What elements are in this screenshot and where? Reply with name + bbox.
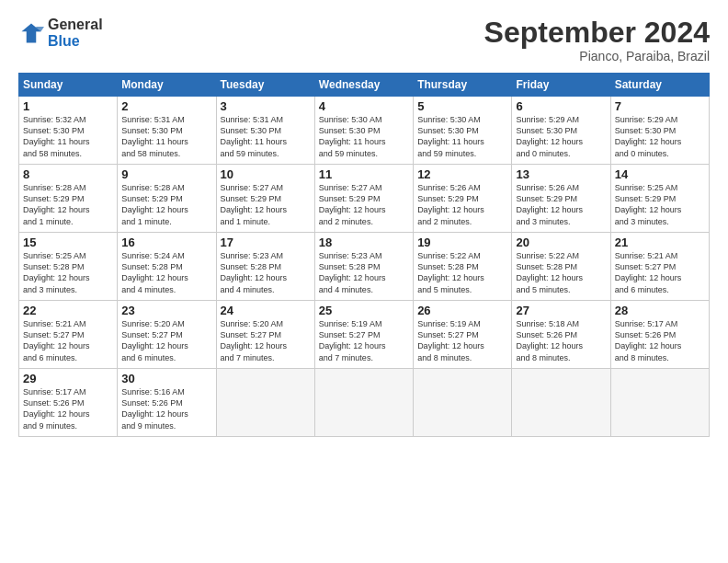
week-row-2: 8Sunrise: 5:28 AM Sunset: 5:29 PM Daylig…: [19, 165, 710, 233]
day-cell: [414, 369, 512, 437]
day-cell: 5Sunrise: 5:30 AM Sunset: 5:30 PM Daylig…: [414, 97, 512, 165]
svg-marker-0: [22, 23, 41, 42]
day-info: Sunrise: 5:25 AM Sunset: 5:28 PM Dayligh…: [23, 250, 113, 295]
day-info: Sunrise: 5:21 AM Sunset: 5:27 PM Dayligh…: [23, 318, 113, 363]
day-number: 30: [121, 372, 211, 385]
col-header-friday: Friday: [512, 74, 610, 97]
day-cell: 17Sunrise: 5:23 AM Sunset: 5:28 PM Dayli…: [216, 233, 314, 301]
day-number: 8: [23, 167, 113, 181]
day-cell: 24Sunrise: 5:20 AM Sunset: 5:27 PM Dayli…: [216, 301, 314, 369]
week-row-5: 29Sunrise: 5:17 AM Sunset: 5:26 PM Dayli…: [19, 369, 710, 437]
day-info: Sunrise: 5:20 AM Sunset: 5:27 PM Dayligh…: [221, 318, 311, 363]
day-cell: 7Sunrise: 5:29 AM Sunset: 5:30 PM Daylig…: [610, 97, 709, 165]
day-cell: 19Sunrise: 5:22 AM Sunset: 5:28 PM Dayli…: [414, 233, 512, 301]
day-number: 4: [319, 99, 409, 113]
calendar-table: SundayMondayTuesdayWednesdayThursdayFrid…: [18, 73, 710, 437]
header: General Blue September 2024 Pianco, Para…: [18, 17, 710, 63]
logo-icon: [18, 20, 44, 46]
day-info: Sunrise: 5:25 AM Sunset: 5:29 PM Dayligh…: [615, 182, 705, 227]
day-cell: 11Sunrise: 5:27 AM Sunset: 5:29 PM Dayli…: [314, 165, 413, 233]
col-header-thursday: Thursday: [414, 74, 512, 97]
day-info: Sunrise: 5:30 AM Sunset: 5:30 PM Dayligh…: [417, 114, 507, 159]
day-number: 18: [319, 236, 409, 249]
day-cell: [512, 369, 610, 437]
day-info: Sunrise: 5:31 AM Sunset: 5:30 PM Dayligh…: [121, 114, 211, 159]
day-info: Sunrise: 5:19 AM Sunset: 5:27 PM Dayligh…: [319, 318, 409, 363]
day-number: 5: [417, 99, 507, 113]
day-number: 26: [417, 304, 507, 317]
day-cell: 27Sunrise: 5:18 AM Sunset: 5:26 PM Dayli…: [512, 301, 610, 369]
day-cell: 8Sunrise: 5:28 AM Sunset: 5:29 PM Daylig…: [19, 165, 118, 233]
day-number: 2: [121, 99, 211, 113]
day-number: 17: [221, 236, 311, 249]
day-number: 20: [516, 236, 606, 249]
week-row-1: 1Sunrise: 5:32 AM Sunset: 5:30 PM Daylig…: [19, 97, 710, 165]
day-number: 16: [121, 236, 211, 249]
day-number: 29: [23, 372, 113, 385]
day-info: Sunrise: 5:17 AM Sunset: 5:26 PM Dayligh…: [615, 318, 705, 363]
logo-text: General Blue: [48, 17, 103, 49]
day-info: Sunrise: 5:16 AM Sunset: 5:26 PM Dayligh…: [121, 386, 211, 431]
day-cell: 20Sunrise: 5:22 AM Sunset: 5:28 PM Dayli…: [512, 233, 610, 301]
day-number: 24: [221, 304, 311, 317]
day-info: Sunrise: 5:17 AM Sunset: 5:26 PM Dayligh…: [23, 386, 113, 431]
day-cell: 9Sunrise: 5:28 AM Sunset: 5:29 PM Daylig…: [118, 165, 216, 233]
day-info: Sunrise: 5:28 AM Sunset: 5:29 PM Dayligh…: [23, 182, 113, 227]
day-info: Sunrise: 5:18 AM Sunset: 5:26 PM Dayligh…: [516, 318, 606, 363]
location: Pianco, Paraiba, Brazil: [484, 49, 710, 63]
day-info: Sunrise: 5:22 AM Sunset: 5:28 PM Dayligh…: [516, 250, 606, 295]
day-number: 6: [516, 99, 606, 113]
day-info: Sunrise: 5:20 AM Sunset: 5:27 PM Dayligh…: [121, 318, 211, 363]
day-info: Sunrise: 5:21 AM Sunset: 5:27 PM Dayligh…: [615, 250, 705, 295]
day-number: 9: [121, 167, 211, 181]
day-info: Sunrise: 5:26 AM Sunset: 5:29 PM Dayligh…: [417, 182, 507, 227]
day-cell: 3Sunrise: 5:31 AM Sunset: 5:30 PM Daylig…: [216, 97, 314, 165]
day-info: Sunrise: 5:23 AM Sunset: 5:28 PM Dayligh…: [221, 250, 311, 295]
day-info: Sunrise: 5:30 AM Sunset: 5:30 PM Dayligh…: [319, 114, 409, 159]
day-info: Sunrise: 5:29 AM Sunset: 5:30 PM Dayligh…: [615, 114, 705, 159]
day-cell: [314, 369, 413, 437]
day-info: Sunrise: 5:27 AM Sunset: 5:29 PM Dayligh…: [319, 182, 409, 227]
day-cell: 16Sunrise: 5:24 AM Sunset: 5:28 PM Dayli…: [118, 233, 216, 301]
day-cell: 22Sunrise: 5:21 AM Sunset: 5:27 PM Dayli…: [19, 301, 118, 369]
day-cell: 1Sunrise: 5:32 AM Sunset: 5:30 PM Daylig…: [19, 97, 118, 165]
day-number: 21: [615, 236, 705, 249]
col-header-sunday: Sunday: [19, 74, 118, 97]
col-header-wednesday: Wednesday: [314, 74, 413, 97]
day-cell: 18Sunrise: 5:23 AM Sunset: 5:28 PM Dayli…: [314, 233, 413, 301]
day-cell: 25Sunrise: 5:19 AM Sunset: 5:27 PM Dayli…: [314, 301, 413, 369]
day-info: Sunrise: 5:32 AM Sunset: 5:30 PM Dayligh…: [23, 114, 113, 159]
day-number: 23: [121, 304, 211, 317]
day-info: Sunrise: 5:22 AM Sunset: 5:28 PM Dayligh…: [417, 250, 507, 295]
day-number: 15: [23, 236, 113, 249]
svg-marker-1: [36, 27, 44, 31]
day-number: 14: [615, 167, 705, 181]
day-number: 3: [221, 99, 311, 113]
day-number: 11: [319, 167, 409, 181]
month-title: September 2024: [484, 17, 710, 49]
day-number: 12: [417, 167, 507, 181]
day-info: Sunrise: 5:26 AM Sunset: 5:29 PM Dayligh…: [516, 182, 606, 227]
day-cell: 14Sunrise: 5:25 AM Sunset: 5:29 PM Dayli…: [610, 165, 709, 233]
day-info: Sunrise: 5:27 AM Sunset: 5:29 PM Dayligh…: [221, 182, 311, 227]
day-info: Sunrise: 5:31 AM Sunset: 5:30 PM Dayligh…: [221, 114, 311, 159]
day-number: 13: [516, 167, 606, 181]
day-cell: [216, 369, 314, 437]
logo: General Blue: [18, 17, 103, 49]
day-cell: [610, 369, 709, 437]
day-info: Sunrise: 5:24 AM Sunset: 5:28 PM Dayligh…: [121, 250, 211, 295]
day-info: Sunrise: 5:28 AM Sunset: 5:29 PM Dayligh…: [121, 182, 211, 227]
col-header-saturday: Saturday: [610, 74, 709, 97]
day-number: 7: [615, 99, 705, 113]
week-row-3: 15Sunrise: 5:25 AM Sunset: 5:28 PM Dayli…: [19, 233, 710, 301]
col-header-monday: Monday: [118, 74, 216, 97]
day-cell: 6Sunrise: 5:29 AM Sunset: 5:30 PM Daylig…: [512, 97, 610, 165]
day-cell: 28Sunrise: 5:17 AM Sunset: 5:26 PM Dayli…: [610, 301, 709, 369]
day-info: Sunrise: 5:29 AM Sunset: 5:30 PM Dayligh…: [516, 114, 606, 159]
day-number: 22: [23, 304, 113, 317]
day-cell: 12Sunrise: 5:26 AM Sunset: 5:29 PM Dayli…: [414, 165, 512, 233]
day-cell: 13Sunrise: 5:26 AM Sunset: 5:29 PM Dayli…: [512, 165, 610, 233]
day-number: 25: [319, 304, 409, 317]
day-number: 1: [23, 99, 113, 113]
day-cell: 4Sunrise: 5:30 AM Sunset: 5:30 PM Daylig…: [314, 97, 413, 165]
